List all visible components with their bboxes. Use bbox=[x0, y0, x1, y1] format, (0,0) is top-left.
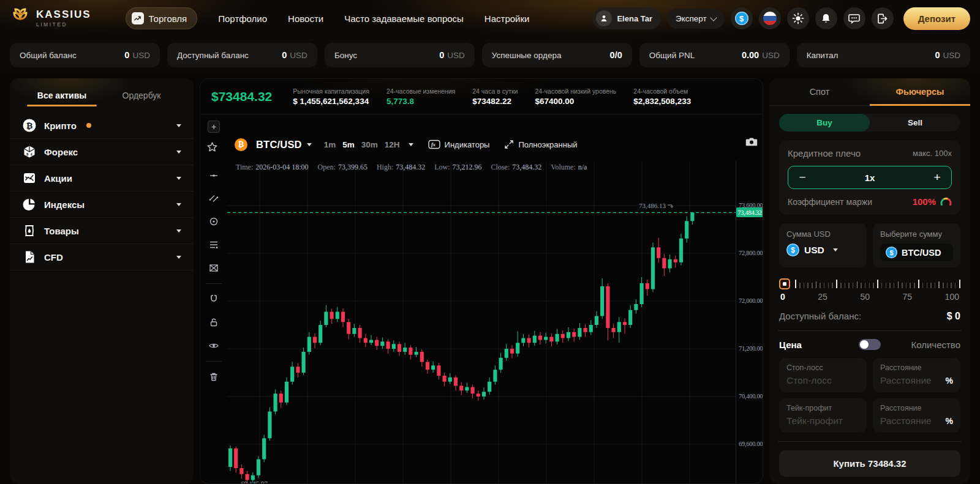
candle bbox=[600, 286, 604, 316]
deposit-button[interactable]: Депозит bbox=[903, 7, 970, 30]
slider-tick bbox=[853, 283, 854, 288]
distance-input[interactable]: РасстояниеРасстояние% bbox=[873, 398, 960, 433]
price-axis[interactable]: 73,484.32 73,600.0072,800.0072,000.0071,… bbox=[736, 161, 763, 483]
ohlc-item: Time:2026-03-04 18:00 bbox=[236, 163, 309, 172]
main-nav: ТорговляПортфолиоНовостиЧасто задаваемые… bbox=[126, 7, 530, 29]
currency-button[interactable]: $ bbox=[731, 7, 753, 29]
candle bbox=[375, 340, 379, 346]
assets-sidebar: Все активыОрдербук ₿Крипто$£ФорексАкцииИ… bbox=[10, 78, 194, 484]
candle bbox=[341, 312, 345, 322]
brand-logo[interactable]: KASSIUS LIMITED bbox=[10, 7, 91, 30]
channel-tool-icon[interactable] bbox=[205, 189, 223, 207]
buy-tab[interactable]: Buy bbox=[779, 114, 870, 132]
candle bbox=[640, 283, 644, 304]
delete-tool-icon[interactable] bbox=[205, 368, 223, 386]
language-button[interactable] bbox=[759, 7, 781, 29]
balance-pill: Доступный баланс0USD bbox=[167, 43, 317, 67]
amount-pair-card[interactable]: Выберите сумму $ BTC/USD bbox=[873, 223, 960, 267]
candle bbox=[465, 387, 469, 390]
fib-tool-icon[interactable] bbox=[205, 236, 223, 254]
chart-main: ₿ BTC/USD 1m5m30m12H fx Индикаторы bbox=[227, 114, 763, 483]
trade-tab-0[interactable]: Спот bbox=[769, 78, 870, 105]
candle bbox=[668, 259, 672, 269]
visibility-tool-icon[interactable] bbox=[205, 337, 223, 355]
sidebar-item-акции[interactable]: Акции bbox=[10, 165, 194, 192]
price-chart[interactable]: Time:2026-03-04 18:00Open:73,399.65High:… bbox=[227, 161, 763, 483]
sidebar-tab-0[interactable]: Все активы bbox=[22, 82, 102, 106]
candle bbox=[674, 259, 677, 262]
add-chart-button[interactable]: + bbox=[208, 121, 220, 133]
distance-input[interactable]: РасстояниеРасстояние% bbox=[873, 358, 960, 392]
symbol-select[interactable]: BTC/USD bbox=[256, 139, 312, 151]
trendline-tool-icon[interactable] bbox=[205, 166, 223, 184]
amount-currency-card[interactable]: Сумма USD $ USD bbox=[779, 223, 867, 267]
buy-submit-button[interactable]: Купить 73484.32 bbox=[779, 450, 960, 477]
balance-value: 0USD bbox=[935, 50, 960, 60]
sidebar-item-cfd[interactable]: CFD bbox=[10, 244, 194, 270]
sidebar-tabs: Все активыОрдербук bbox=[10, 78, 194, 106]
nav-item-3[interactable]: Часто задаваемые вопросы bbox=[344, 13, 464, 24]
stop-loss-input[interactable]: Стоп-лоссСтоп-лосс bbox=[779, 358, 867, 392]
market-stat: 24 часа в сутки$73482.22 bbox=[472, 87, 518, 106]
indicators-button[interactable]: fx Индикаторы bbox=[428, 140, 490, 149]
amount-slider[interactable] bbox=[779, 278, 960, 288]
shapes-tool-icon[interactable] bbox=[205, 212, 223, 231]
candle bbox=[679, 239, 683, 262]
candle bbox=[556, 334, 559, 342]
sell-tab[interactable]: Sell bbox=[870, 114, 960, 132]
input-placeholder: Тейк-профит bbox=[786, 415, 859, 426]
support-chat-button[interactable] bbox=[843, 7, 865, 29]
ohlc-item: Volume:n/a bbox=[551, 163, 587, 172]
nav-item-1[interactable]: Портфолио bbox=[218, 13, 267, 24]
fullscreen-button[interactable]: Полноэкранный bbox=[504, 140, 577, 149]
magnet-tool-icon[interactable] bbox=[205, 290, 223, 308]
sidebar-tab-1[interactable]: Ордербук bbox=[102, 82, 181, 106]
balance-label: Общий PNL bbox=[649, 51, 695, 60]
nav-item-2[interactable]: Новости bbox=[288, 13, 323, 24]
sidebar-item-индексы[interactable]: Индексы bbox=[10, 192, 194, 218]
slider-labels: 0255075100 bbox=[780, 292, 959, 302]
timeframe-30m[interactable]: 30m bbox=[361, 140, 378, 149]
logout-button[interactable] bbox=[872, 7, 894, 29]
timeframe-group: 1m5m30m12H bbox=[324, 140, 400, 149]
candle bbox=[409, 348, 412, 355]
candle bbox=[290, 367, 294, 381]
slider-tick bbox=[861, 283, 862, 288]
slider-tick bbox=[930, 283, 932, 288]
leverage-minus-button[interactable]: − bbox=[796, 171, 809, 184]
account-mode-select[interactable]: Эксперт bbox=[667, 9, 725, 29]
sidebar-item-крипто[interactable]: ₿Крипто bbox=[10, 113, 194, 139]
leverage-plus-button[interactable]: + bbox=[931, 171, 943, 184]
balance-value: 0USD bbox=[439, 50, 465, 60]
slider-handle[interactable] bbox=[779, 278, 790, 289]
favorite-star-icon[interactable] bbox=[206, 141, 218, 153]
dollar-coin-icon: $ bbox=[735, 12, 748, 25]
theme-button[interactable] bbox=[787, 7, 809, 29]
candle bbox=[380, 341, 384, 346]
leverage-title: Кредитное плечо bbox=[788, 148, 861, 158]
user-pill[interactable]: Elena Tar bbox=[592, 7, 661, 29]
nav-item-4[interactable]: Настройки bbox=[484, 13, 530, 24]
nav-item-0[interactable]: Торговля bbox=[126, 7, 198, 29]
notifications-button[interactable] bbox=[815, 7, 837, 29]
logout-icon bbox=[876, 13, 888, 24]
price-qty-toggle[interactable] bbox=[859, 339, 881, 350]
candle bbox=[268, 411, 271, 438]
balance-value: 0USD bbox=[282, 50, 307, 60]
sidebar-item-форекс[interactable]: $£Форекс bbox=[10, 139, 194, 165]
pattern-tool-icon[interactable] bbox=[205, 259, 223, 277]
trade-tab-1[interactable]: Фьючерсы bbox=[870, 78, 970, 105]
available-balance-label: Доступный баланс: bbox=[779, 311, 861, 322]
candle bbox=[527, 338, 531, 343]
candle bbox=[279, 393, 283, 403]
timeframe-1m[interactable]: 1m bbox=[324, 140, 336, 149]
sidebar-item-товары[interactable]: Товары bbox=[10, 218, 194, 244]
timeframe-12H[interactable]: 12H bbox=[385, 140, 400, 149]
timeframe-more-icon[interactable] bbox=[409, 143, 413, 146]
screenshot-button[interactable] bbox=[745, 136, 758, 147]
svg-text:fx: fx bbox=[431, 141, 436, 147]
timeframe-5m[interactable]: 5m bbox=[342, 140, 355, 149]
slider-tick bbox=[857, 281, 858, 288]
take-profit-input[interactable]: Тейк-профитТейк-профит bbox=[779, 398, 867, 433]
lock-tool-icon[interactable] bbox=[205, 313, 223, 332]
